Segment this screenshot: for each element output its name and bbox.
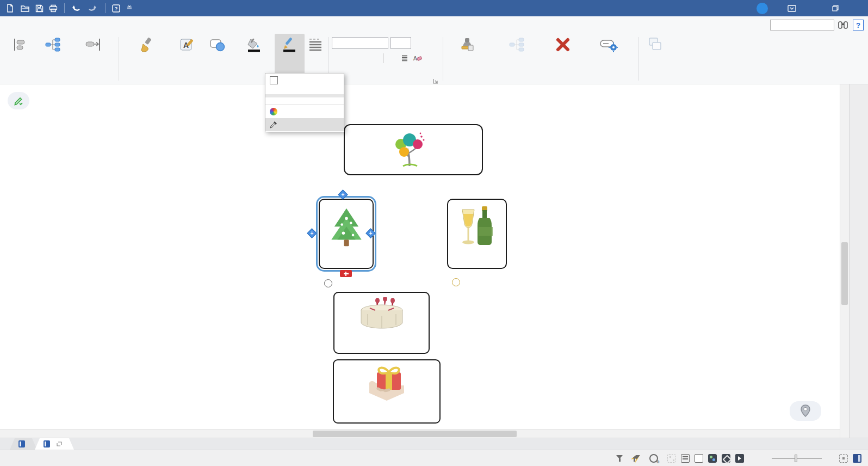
open-button[interactable]	[19, 3, 32, 14]
more-colors-item[interactable]	[265, 105, 344, 118]
location-pin-icon	[800, 404, 811, 418]
font-size-select[interactable]	[390, 37, 411, 49]
ribbon: A	[0, 34, 868, 84]
strikethrough-button[interactable]	[369, 52, 381, 64]
save-button[interactable]	[34, 3, 45, 14]
filter-button[interactable]	[616, 454, 625, 463]
collapse-button[interactable]	[324, 279, 332, 287]
map-canvas[interactable]	[0, 84, 840, 429]
line-style-button[interactable]	[305, 34, 326, 74]
clear-formatting-button[interactable]: A	[411, 52, 423, 64]
ribbon-display-options-button[interactable]	[781, 0, 803, 16]
layout-icon-disabled	[509, 35, 525, 54]
vertical-scroll-thumb[interactable]	[841, 242, 848, 305]
presentation-button[interactable]	[735, 454, 744, 463]
font-color-button[interactable]	[386, 52, 398, 64]
redo-button[interactable]	[86, 3, 100, 14]
doc-tab-activite[interactable]	[10, 438, 37, 450]
horizontal-scroll-thumb[interactable]	[313, 431, 517, 437]
recent-changes-button[interactable]	[649, 454, 659, 463]
zoom-slider-thumb[interactable]	[795, 455, 797, 462]
account-menu[interactable]	[751, 0, 781, 16]
search-input[interactable]	[770, 20, 834, 30]
panel-layout-button[interactable]	[853, 454, 863, 463]
topic-repas[interactable]	[333, 292, 430, 354]
fill-color-button[interactable]	[233, 34, 275, 74]
underline-button[interactable]	[357, 52, 369, 64]
zoom-slider[interactable]	[772, 458, 822, 459]
shape-icon	[209, 35, 226, 54]
fit-topic-width-button[interactable]	[70, 34, 116, 74]
toolbar-separator	[64, 3, 65, 13]
topic-width-icon	[85, 35, 101, 54]
print-button[interactable]	[47, 3, 59, 14]
banquet-cake-icon	[356, 297, 408, 331]
customize-toolbar-button[interactable]	[125, 4, 134, 13]
pop-out-tab-icon[interactable]	[57, 441, 62, 447]
vertical-scrollbar[interactable]	[840, 84, 849, 438]
map-document-icon	[44, 440, 50, 447]
topic-central[interactable]	[344, 124, 483, 175]
quick-access-toolbar: ?	[0, 3, 134, 14]
doc-tab-organisation[interactable]	[35, 438, 74, 450]
map-document-icon	[18, 440, 25, 447]
gift-icon	[362, 365, 412, 402]
page-setup-button[interactable]	[36, 34, 70, 74]
font-family-select[interactable]	[332, 37, 388, 49]
status-bar	[0, 450, 868, 466]
undo-button[interactable]	[70, 3, 84, 14]
automatic-color-item[interactable]	[265, 73, 344, 87]
topic-nouvel-an[interactable]	[447, 199, 507, 269]
stamp-icon	[459, 35, 475, 54]
help-button[interactable]: ?	[110, 3, 123, 14]
topic-cadeaux[interactable]	[333, 359, 441, 424]
format-painter-button[interactable]	[121, 34, 172, 74]
line-color-button[interactable]	[275, 34, 305, 74]
map-parts-button[interactable]	[708, 454, 717, 463]
color-wheel-icon	[270, 108, 277, 115]
text-align-button[interactable]	[399, 52, 411, 64]
dialog-launcher-icon[interactable]	[433, 76, 439, 83]
find-button[interactable]	[838, 21, 850, 29]
schedule-button[interactable]	[695, 454, 703, 463]
eyedropper-item[interactable]	[265, 118, 344, 131]
restore-button[interactable]	[824, 0, 846, 16]
eyedropper-icon	[270, 121, 277, 128]
shrink-font-button[interactable]	[427, 36, 439, 49]
close-button[interactable]	[846, 0, 868, 16]
style-icon: A	[179, 35, 195, 54]
fit-map-button[interactable]	[839, 454, 848, 463]
group-separator	[443, 37, 443, 81]
location-badge[interactable]	[790, 401, 821, 421]
balance-map-button	[667, 454, 676, 463]
svg-text:?: ?	[115, 6, 118, 11]
reset-default-button[interactable]	[544, 34, 581, 74]
ribbon-group-groupes	[641, 34, 670, 84]
celebration-tree-icon	[393, 132, 427, 167]
italic-button[interactable]	[344, 52, 356, 64]
new-document-button[interactable]	[4, 3, 17, 14]
edit-mode-badge[interactable]	[8, 92, 29, 109]
minimize-button[interactable]	[803, 0, 824, 16]
champagne-icon	[459, 206, 495, 248]
bold-button[interactable]	[332, 52, 344, 64]
topic-style-button[interactable]: A	[172, 34, 202, 74]
recent-line-colors	[265, 97, 344, 103]
divider	[265, 104, 344, 105]
help-pane-button[interactable]: ?	[853, 20, 864, 30]
tags-button[interactable]	[722, 454, 730, 463]
add-subtopic-badge[interactable]	[340, 270, 352, 277]
notes-button[interactable]	[681, 454, 690, 463]
edit-default-topic-text-button[interactable]	[581, 34, 636, 74]
power-filter-button[interactable]	[630, 454, 640, 463]
set-default-style-button[interactable]	[445, 34, 489, 74]
expand-button[interactable]	[452, 278, 460, 286]
horizontal-scrollbar[interactable]	[0, 429, 840, 438]
topic-noel[interactable]	[319, 199, 374, 269]
doc-tabs-scroll-left[interactable]	[0, 438, 10, 450]
ribbon-group-police: A	[332, 34, 441, 84]
grow-font-button[interactable]	[413, 36, 425, 49]
toolbar-separator	[105, 3, 106, 13]
alignment-button[interactable]	[2, 34, 36, 74]
topic-shape-button[interactable]	[202, 34, 233, 74]
